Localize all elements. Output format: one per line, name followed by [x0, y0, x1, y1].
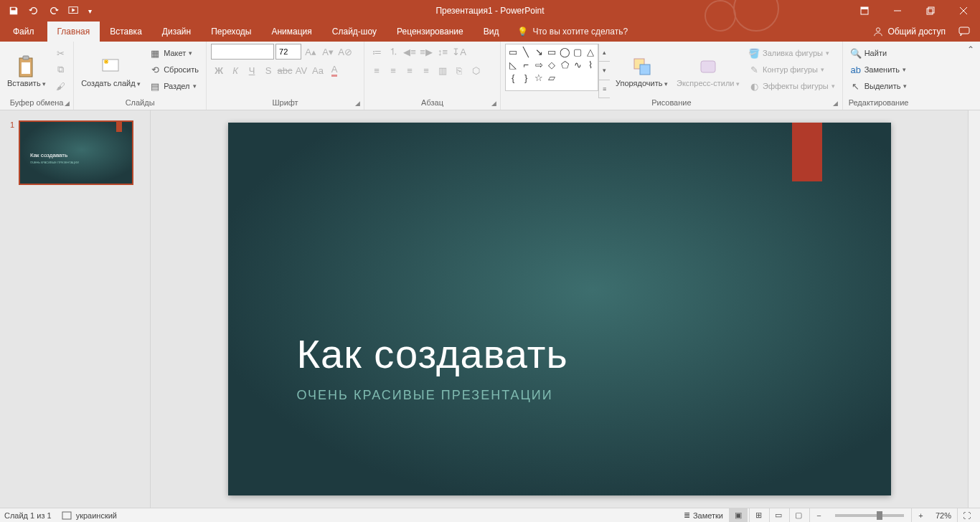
cut-button[interactable]: ✂ — [52, 45, 69, 61]
shape-pentagon[interactable]: ⬠ — [558, 58, 571, 71]
arrange-button[interactable]: Упорядочить — [613, 44, 671, 98]
vertical-scrollbar[interactable] — [968, 110, 980, 508]
shadow-button[interactable]: S — [260, 62, 276, 78]
shape-oval[interactable]: ◯ — [558, 45, 571, 58]
copy-button[interactable]: ⧉ — [52, 62, 69, 77]
redo-button[interactable] — [44, 1, 63, 20]
ribbon-display-options-button[interactable] — [848, 0, 881, 22]
quick-styles-button[interactable]: Экспресс-стили — [674, 44, 743, 98]
shape-diamond[interactable]: ◇ — [545, 58, 558, 71]
paste-button[interactable]: Вставить — [4, 44, 49, 98]
notes-button[interactable]: ≣ Заметки — [679, 508, 727, 523]
minimize-button[interactable] — [881, 0, 914, 22]
tab-file[interactable]: Файл — [0, 22, 47, 42]
line-spacing-button[interactable]: ↕≡ — [435, 44, 451, 60]
tab-animations[interactable]: Анимация — [261, 22, 321, 42]
find-button[interactable]: 🔍Найти — [847, 45, 910, 61]
zoom-slider[interactable] — [835, 514, 904, 517]
undo-button[interactable] — [24, 1, 43, 20]
shape-effects-button[interactable]: ◐Эффекты фигуры — [745, 78, 838, 94]
replace-button[interactable]: abЗаменить — [847, 62, 910, 77]
shapes-more[interactable]: ≡ — [599, 80, 610, 98]
collapse-ribbon-button[interactable]: ⌃ — [967, 44, 974, 107]
strikethrough-button[interactable]: abc — [277, 62, 293, 78]
thumbnail-slide-1[interactable]: Как создавать ОЧЕНЬ КРАСИВЫЕ ПРЕЗЕНТАЦИИ — [19, 120, 133, 185]
clipboard-launcher[interactable]: ◢ — [62, 98, 72, 108]
new-slide-button[interactable]: Создать слайд — [78, 44, 143, 98]
underline-button[interactable]: Ч — [244, 62, 260, 78]
tab-home[interactable]: Главная — [47, 22, 100, 42]
shape-brace-left[interactable]: { — [507, 71, 519, 84]
align-center-button[interactable]: ≡ — [385, 62, 401, 78]
slide-counter[interactable]: Слайд 1 из 1 — [4, 511, 52, 520]
font-name-input[interactable] — [211, 44, 274, 60]
shape-arrow-right[interactable]: ⇨ — [532, 58, 545, 71]
shape-right-triangle[interactable]: ◺ — [507, 58, 519, 71]
maximize-button[interactable] — [914, 0, 947, 22]
zoom-in-button[interactable]: + — [911, 508, 930, 523]
slide-sorter-view-button[interactable]: ⊞ — [749, 508, 768, 523]
zoom-level[interactable]: 72% — [931, 511, 956, 520]
qat-customize-button[interactable]: ▾ — [85, 1, 95, 20]
decrease-indent-button[interactable]: ◀≡ — [402, 44, 418, 60]
reading-view-button[interactable]: ▭ — [769, 508, 788, 523]
drawing-launcher[interactable]: ◢ — [831, 98, 841, 108]
slide-title-text[interactable]: Как создавать — [297, 331, 568, 377]
align-left-button[interactable]: ≡ — [369, 62, 385, 78]
slide[interactable]: Как создавать ОЧЕНЬ КРАСИВЫЕ ПРЕЗЕНТАЦИИ — [228, 123, 891, 495]
section-button[interactable]: ▤Раздел — [146, 78, 202, 94]
columns-button[interactable]: ▥ — [435, 62, 451, 78]
decrease-font-button[interactable]: A▾ — [320, 44, 336, 60]
shapes-scroll-down[interactable]: ▾ — [599, 62, 610, 80]
font-launcher[interactable]: ◢ — [352, 98, 362, 108]
shape-textbox[interactable]: ▭ — [507, 45, 519, 58]
shape-curve[interactable]: ∿ — [571, 58, 584, 71]
bold-button[interactable]: Ж — [211, 62, 227, 78]
shape-brace-right[interactable]: } — [519, 71, 532, 84]
numbering-button[interactable]: ⒈ — [385, 44, 401, 60]
shape-rounded-rect[interactable]: ▢ — [571, 45, 584, 58]
shape-line[interactable]: ╲ — [519, 45, 532, 58]
shape-fill-button[interactable]: 🪣Заливка фигуры — [745, 45, 838, 61]
slide-thumbnails-panel[interactable]: 1 Как создавать ОЧЕНЬ КРАСИВЫЕ ПРЕЗЕНТАЦ… — [0, 110, 151, 508]
close-button[interactable] — [947, 0, 980, 22]
format-painter-button[interactable]: 🖌 — [52, 78, 69, 94]
tell-me-search[interactable]: 💡 Что вы хотите сделать? — [517, 22, 628, 42]
slideshow-view-button[interactable]: ▢ — [789, 508, 808, 523]
shape-triangle[interactable]: △ — [584, 45, 597, 58]
text-direction-button[interactable]: ↧A — [451, 44, 467, 60]
bullets-button[interactable]: ≔ — [369, 44, 385, 60]
align-right-button[interactable]: ≡ — [402, 62, 418, 78]
shape-star[interactable]: ☆ — [532, 71, 545, 84]
paragraph-launcher[interactable]: ◢ — [489, 98, 499, 108]
change-case-button[interactable]: Aa — [310, 62, 326, 78]
fit-to-window-button[interactable]: ⛶ — [957, 508, 976, 523]
font-color-button[interactable]: A — [326, 62, 342, 78]
shape-line-arrow[interactable]: ↘ — [532, 45, 545, 58]
font-size-input[interactable] — [275, 44, 301, 60]
italic-button[interactable]: К — [227, 62, 243, 78]
share-button[interactable]: Общий доступ — [873, 27, 946, 37]
shape-elbow[interactable]: ⌐ — [519, 58, 532, 71]
reset-button[interactable]: ⟲Сбросить — [146, 62, 202, 77]
start-slideshow-button[interactable] — [65, 1, 83, 20]
comments-icon[interactable] — [958, 27, 970, 37]
char-spacing-button[interactable]: AV — [293, 62, 309, 78]
tab-review[interactable]: Рецензирование — [387, 22, 473, 42]
increase-font-button[interactable]: A▴ — [303, 44, 319, 60]
tab-design[interactable]: Дизайн — [152, 22, 201, 42]
tab-insert[interactable]: Вставка — [100, 22, 152, 42]
shapes-gallery[interactable]: ▭ ╲ ↘ ▭ ◯ ▢ △ ◺ ⌐ ⇨ ◇ ⬠ ∿ ⌇ { } ☆ — [505, 44, 598, 91]
tab-transitions[interactable]: Переходы — [201, 22, 261, 42]
tab-slideshow[interactable]: Слайд-шоу — [322, 22, 387, 42]
increase-indent-button[interactable]: ≡▶ — [418, 44, 434, 60]
align-text-button[interactable]: ⎘ — [451, 62, 467, 78]
smartart-button[interactable]: ⬡ — [468, 62, 484, 78]
shape-outline-button[interactable]: ✎Контур фигуры — [745, 62, 838, 77]
zoom-slider-thumb[interactable] — [877, 511, 882, 520]
shape-rect[interactable]: ▭ — [545, 45, 558, 58]
select-button[interactable]: ↖Выделить — [847, 78, 910, 94]
shape-callout[interactable]: ▱ — [545, 71, 558, 84]
save-button[interactable] — [4, 1, 23, 20]
slide-canvas-area[interactable]: Как создавать ОЧЕНЬ КРАСИВЫЕ ПРЕЗЕНТАЦИИ — [151, 110, 968, 508]
